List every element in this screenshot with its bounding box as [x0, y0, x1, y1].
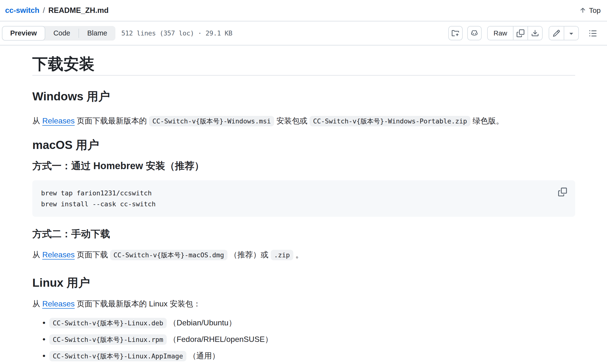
breadcrumb-repo-link[interactable]: cc-switch [5, 6, 39, 15]
edit-dropdown-button[interactable] [564, 26, 578, 40]
back-to-top-button[interactable]: Top [579, 6, 601, 14]
inline-code: .zip [271, 250, 293, 260]
markdown-preview: 下载安装 Windows 用户 从 Releases 页面下载最新版本的 CC-… [0, 45, 607, 363]
download-file-button[interactable] [528, 26, 542, 40]
linux-package-list: CC-Switch-v{版本号}-Linux.deb （Debian/Ubunt… [32, 316, 575, 363]
heading-method2-manual: 方式二：手动下载 [32, 228, 575, 240]
copy-icon [517, 29, 524, 37]
releases-link[interactable]: Releases [42, 117, 75, 125]
file-toolbar: Preview Code Blame 512 lines (357 loc) ·… [0, 21, 607, 45]
copilot-icon [470, 29, 478, 37]
code-block-text: brew tap farion1231/ccswitch brew instal… [41, 188, 567, 209]
copilot-button[interactable] [467, 26, 482, 40]
inline-code: CC-Switch-v{版本号}-Windows-Portable.zip [310, 116, 470, 126]
heading-windows-users: Windows 用户 [32, 89, 575, 104]
open-with-button[interactable] [448, 26, 463, 40]
pencil-icon [553, 29, 560, 37]
raw-button[interactable]: Raw [488, 26, 513, 40]
edit-file-button[interactable] [549, 26, 564, 40]
list-item: CC-Switch-v{版本号}-Linux.rpm （Fedora/RHEL/… [49, 333, 575, 346]
file-header: cc-switch / README_ZH.md Top [0, 0, 607, 21]
windows-paragraph: 从 Releases 页面下载最新版本的 CC-Switch-v{版本号}-Wi… [32, 115, 575, 128]
heading-linux-users: Linux 用户 [32, 275, 575, 290]
toolbar-actions: Raw [448, 26, 600, 40]
macos-paragraph: 从 Releases 页面下载 CC-Switch-v{版本号}-macOS.d… [32, 248, 575, 261]
list-unordered-icon [589, 29, 597, 38]
download-icon [531, 29, 539, 37]
breadcrumb: cc-switch / README_ZH.md [5, 6, 109, 15]
copy-code-button[interactable] [557, 187, 568, 197]
releases-link[interactable]: Releases [42, 250, 75, 259]
inline-code: CC-Switch-v{版本号}-Linux.deb [49, 318, 167, 328]
list-item: CC-Switch-v{版本号}-Linux.deb （Debian/Ubunt… [49, 316, 575, 329]
view-mode-tabs: Preview Code Blame [2, 26, 116, 40]
releases-link[interactable]: Releases [42, 299, 75, 308]
breadcrumb-file-name: README_ZH.md [48, 6, 109, 15]
inline-code: CC-Switch-v{版本号}-macOS.dmg [110, 250, 227, 260]
edit-actions-group [549, 26, 579, 40]
tab-blame[interactable]: Blame [79, 26, 116, 40]
outline-button[interactable] [586, 26, 600, 40]
inline-code: CC-Switch-v{版本号}-Windows.msi [149, 116, 274, 126]
homebrew-code-block: brew tap farion1231/ccswitch brew instal… [32, 180, 575, 217]
heading-method1-homebrew: 方式一：通过 Homebrew 安装（推荐） [32, 160, 575, 172]
file-meta-info: 512 lines (357 loc) · 29.1 KB [121, 29, 232, 37]
top-button-label: Top [589, 6, 601, 14]
folder-sparkle-icon [452, 29, 459, 37]
breadcrumb-separator: / [43, 6, 45, 15]
linux-paragraph: 从 Releases 页面下载最新版本的 Linux 安装包： [32, 298, 575, 310]
raw-actions-group: Raw [487, 26, 542, 40]
list-item: CC-Switch-v{版本号}-Linux.AppImage （通用） [49, 350, 575, 363]
heading-macos-users: macOS 用户 [32, 138, 575, 152]
inline-code: CC-Switch-v{版本号}-Linux.rpm [49, 334, 167, 345]
triangle-down-icon [568, 29, 575, 37]
arrow-up-icon [579, 7, 586, 14]
copy-file-button[interactable] [513, 26, 528, 40]
tab-preview[interactable]: Preview [2, 26, 45, 40]
copy-icon [558, 188, 567, 196]
tab-code[interactable]: Code [45, 26, 78, 40]
heading-download-install: 下载安装 [32, 55, 575, 76]
inline-code: CC-Switch-v{版本号}-Linux.AppImage [49, 351, 186, 361]
